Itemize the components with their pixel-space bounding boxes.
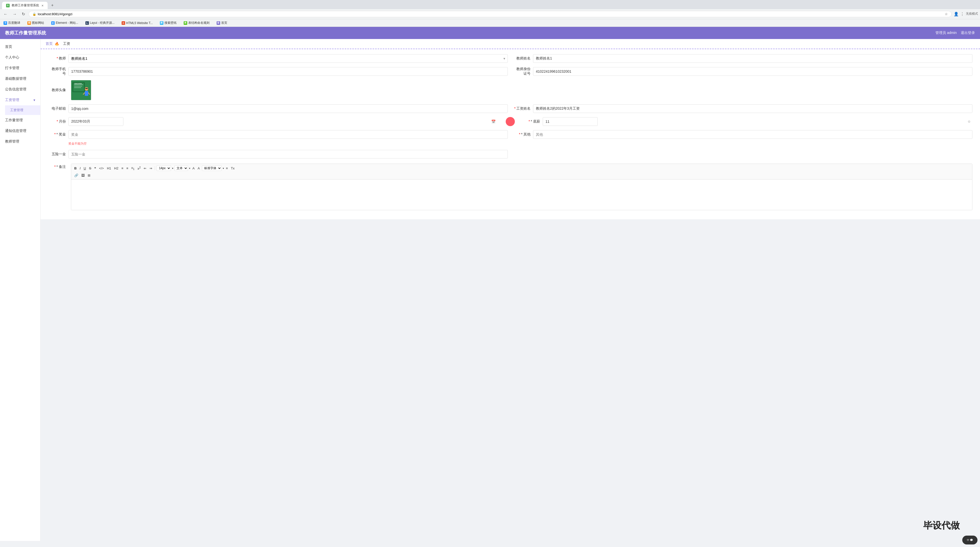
editor-superscript-button[interactable]: x2 <box>137 165 142 171</box>
sidebar-item-home[interactable]: 首页 <box>0 41 40 52</box>
editor-unordered-list-button[interactable]: ≡ <box>126 166 129 171</box>
rich-text-editor: B I U S ❝ </> H1 H2 ≡ ≡ x1 x2 ⇐ ⇒ <box>71 163 972 210</box>
bonus-input[interactable] <box>68 130 508 139</box>
insurance-input[interactable] <box>68 150 508 159</box>
sidebar-item-workload[interactable]: 工作量管理 <box>0 115 40 125</box>
sidebar-item-teacher-label: 教师管理 <box>5 139 19 144</box>
sidebar-item-salary[interactable]: 工资管理 ▾ <box>0 95 40 105</box>
other-input[interactable] <box>533 130 972 139</box>
editor-ordered-list-button[interactable]: ≡ <box>120 166 124 171</box>
month-calendar-icon: 📅 <box>491 119 496 124</box>
app-title: 教师工作量管理系统 <box>5 30 46 36</box>
browser-controls: ← → ↻ 🔒 ☆ 👤 ⋮ 无痕模式 <box>0 9 980 19</box>
email-label: 电子邮箱 <box>48 106 66 111</box>
bookmark-table[interactable]: 表 表结构命名规则 <box>182 20 211 25</box>
editor-strikethrough-button[interactable]: S <box>88 166 92 171</box>
bookmark-wallpaper[interactable]: 搜 搜索壁纸 <box>158 20 178 25</box>
bottom-salary-clear-icon[interactable]: ⊙ <box>968 120 970 123</box>
bottom-salary-input[interactable] <box>543 117 598 126</box>
tab-close-button[interactable]: × <box>41 3 44 8</box>
sidebar-sub-item-salary-mgmt[interactable]: 工资管理 <box>5 105 40 115</box>
bookmark-element[interactable]: E Element - 网站... <box>50 20 80 25</box>
form-row-insurance: 五险一金 <box>48 150 972 159</box>
sidebar-item-notice[interactable]: 公告信息管理 <box>0 84 40 95</box>
more-options-icon[interactable]: ⋮ <box>960 12 964 16</box>
editor-table-button[interactable]: ⊞ <box>87 173 91 178</box>
salary-name-input[interactable] <box>533 104 972 113</box>
bottom-salary-label: * 底薪 <box>522 119 540 124</box>
bookmark-table-label: 表结构命名规则 <box>188 21 210 25</box>
editor-subscript-button[interactable]: x1 <box>130 165 135 171</box>
bookmark-table-icon: 表 <box>184 21 187 25</box>
email-input[interactable] <box>68 104 508 113</box>
avatar-image[interactable]: EDUCATION <box>71 80 91 100</box>
bookmark-wallpaper-icon: 搜 <box>160 21 164 25</box>
bookmark-wallpaper-label: 搜索壁纸 <box>164 21 177 25</box>
breadcrumb-home-label[interactable]: 首页 <box>46 41 53 46</box>
breadcrumb-flame-icon: 🔥 <box>55 42 59 46</box>
editor-content-area[interactable] <box>71 179 972 210</box>
editor-indent-right-button[interactable]: ⇒ <box>148 166 153 171</box>
insurance-label: 五险一金 <box>48 152 66 157</box>
sidebar-item-home-label: 首页 <box>5 44 12 49</box>
watermark-text: 毕设代做 <box>923 519 960 532</box>
form-container: 教师 教师姓名1 ▾ 教师姓名 教师手机号 教师身份 <box>41 49 980 219</box>
editor-clear-format-button[interactable]: Tx <box>230 166 235 171</box>
teacher-id-input[interactable] <box>533 67 972 76</box>
month-input[interactable] <box>68 117 123 126</box>
teacher-phone-input[interactable] <box>68 67 508 76</box>
sidebar-item-basic-data[interactable]: 基础数据管理 <box>0 73 40 84</box>
editor-font-family-select[interactable]: 标准字体 <box>202 165 222 171</box>
sidebar-item-notification[interactable]: 通知信息管理 <box>0 125 40 136</box>
bonus-input-row: * 奖金 <box>48 130 508 139</box>
bonus-label: * 奖金 <box>48 132 66 137</box>
refresh-button[interactable]: ↻ <box>20 11 27 17</box>
bonus-error-wrapper: 奖金不能为空 <box>68 141 87 146</box>
editor-font-color-button[interactable]: A <box>191 166 196 171</box>
editor-h1-button[interactable]: H1 <box>106 166 112 171</box>
bookmark-html5[interactable]: H HTML5 Website T... <box>120 20 154 25</box>
bookmark-home[interactable]: 首 首页 <box>215 20 229 25</box>
address-input[interactable] <box>38 12 943 16</box>
editor-link-button[interactable]: 🔗 <box>73 173 79 178</box>
profile-icon[interactable]: 👤 <box>954 12 959 16</box>
editor-font-size-chevron-icon: ▾ <box>172 167 173 170</box>
editor-image-button[interactable]: 🖼 <box>80 173 86 178</box>
active-tab[interactable]: 教 教师工作量管理系统 × <box>2 2 48 9</box>
bookmark-icons-icon: 图 <box>27 21 31 25</box>
bookmark-translate[interactable]: 百 百度翻译 <box>2 20 22 25</box>
chat-widget[interactable]: 中 💬 <box>962 536 977 541</box>
sidebar-item-personal[interactable]: 个人中心 <box>0 52 40 63</box>
sidebar-item-attendance[interactable]: 打卡管理 <box>0 63 40 73</box>
bookmark-icons[interactable]: 图 图标网站 <box>26 20 46 25</box>
editor-align-left-button[interactable]: ≡ <box>225 166 229 171</box>
editor-text-type-chevron-icon: ▾ <box>189 167 190 170</box>
form-field-bottom-salary: * 底薪 ⊙ <box>522 117 972 126</box>
bonus-error-text: 奖金不能为空 <box>68 142 87 145</box>
bookmark-star-icon[interactable]: ☆ <box>945 12 948 16</box>
form-row-email-salary: 电子邮箱 工资姓名 <box>48 104 972 113</box>
logout-button[interactable]: 退出登录 <box>961 31 975 35</box>
editor-underline-button[interactable]: U <box>83 166 87 171</box>
editor-font-size-select[interactable]: 14px <box>157 165 171 171</box>
form-field-bonus: * 奖金 奖金不能为空 <box>48 130 508 146</box>
teacher-name-input[interactable] <box>533 54 972 63</box>
no-ads-label: 无痕模式 <box>966 12 978 16</box>
forward-button[interactable]: → <box>11 11 18 17</box>
editor-bold-button[interactable]: B <box>73 166 78 171</box>
editor-quote-button[interactable]: ❝ <box>93 166 97 171</box>
back-button[interactable]: ← <box>2 11 9 17</box>
teacher-select[interactable]: 教师姓名1 <box>68 54 508 63</box>
editor-italic-button[interactable]: I <box>78 166 81 171</box>
sidebar-item-teacher[interactable]: 教师管理 <box>0 136 40 147</box>
new-tab-button[interactable]: + <box>48 2 57 9</box>
editor-text-type-select[interactable]: 文本 <box>174 165 188 171</box>
sidebar-salary-submenu: 工资管理 <box>0 105 40 115</box>
editor-code-button[interactable]: </> <box>98 166 105 171</box>
main-content: 首页 🔥 工资 教师 教师姓名1 ▾ 教师姓名 <box>41 39 980 541</box>
bookmark-layui[interactable]: L Layui - 经典开源... <box>84 20 116 25</box>
editor-indent-left-button[interactable]: ⇐ <box>143 166 148 171</box>
editor-h2-button[interactable]: H2 <box>113 166 119 171</box>
form-row-teacher: 教师 教师姓名1 ▾ 教师姓名 <box>48 54 972 63</box>
editor-highlight-button[interactable]: A <box>197 166 201 171</box>
